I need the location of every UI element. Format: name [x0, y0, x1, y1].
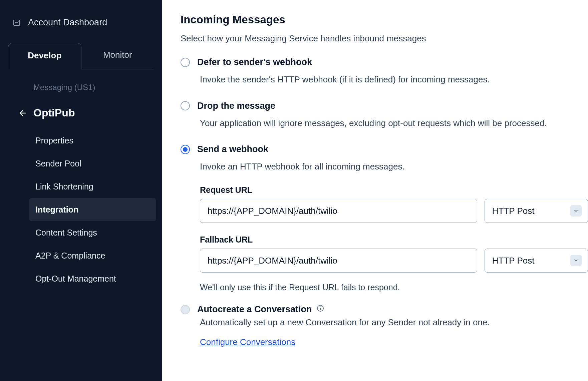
- autocreate-label: Autocreate a Conversation: [197, 304, 324, 315]
- radio-autocreate: [181, 305, 190, 314]
- account-dashboard-label: Account Dashboard: [28, 17, 107, 28]
- sidebar-item-content-settings[interactable]: Content Settings: [29, 221, 156, 244]
- radio-drop[interactable]: [181, 101, 190, 110]
- main-content: Incoming Messages Select how your Messag…: [162, 0, 588, 381]
- fallback-url-method-select[interactable]: HTTP Post: [485, 249, 588, 273]
- option-send-row: Send a webhook: [181, 144, 588, 154]
- autocreate-desc: Automatically set up a new Conversation …: [200, 317, 588, 328]
- page-subtitle: Select how your Messaging Service handle…: [181, 33, 588, 44]
- option-defer-label: Defer to sender's webhook: [197, 57, 312, 67]
- autocreate-row: Autocreate a Conversation: [181, 304, 588, 315]
- back-link[interactable]: OptiPub: [0, 107, 162, 129]
- option-drop-desc: Your application will ignore messages, e…: [200, 117, 588, 130]
- sidebar-item-integration[interactable]: Integration: [29, 198, 156, 221]
- request-url-method-value: HTTP Post: [492, 206, 535, 216]
- sidebar-tabs: Develop Monitor: [8, 42, 154, 69]
- option-drop-row: Drop the message: [181, 101, 588, 111]
- back-label: OptiPub: [33, 107, 75, 119]
- tab-develop[interactable]: Develop: [8, 43, 81, 69]
- info-icon[interactable]: [316, 304, 324, 312]
- request-url-method-select[interactable]: HTTP Post: [485, 199, 588, 223]
- sidebar-nav-list: Properties Sender Pool Link Shortening I…: [0, 129, 162, 290]
- option-defer-row: Defer to sender's webhook: [181, 57, 588, 67]
- option-send-label: Send a webhook: [197, 144, 268, 154]
- option-drop-label: Drop the message: [197, 101, 275, 111]
- fallback-url-block: Fallback URL HTTP Post: [200, 235, 588, 273]
- fallback-url-input[interactable]: [200, 249, 477, 273]
- fallback-url-note: We'll only use this if the Request URL f…: [200, 283, 588, 292]
- sidebar: Account Dashboard Develop Monitor Messag…: [0, 0, 162, 381]
- request-url-block: Request URL HTTP Post: [200, 185, 588, 223]
- sidebar-item-properties[interactable]: Properties: [29, 129, 156, 152]
- chevron-down-icon: [570, 255, 582, 266]
- tab-monitor[interactable]: Monitor: [81, 42, 154, 69]
- fallback-url-label: Fallback URL: [200, 235, 588, 245]
- sidebar-item-a2p-compliance[interactable]: A2P & Compliance: [29, 244, 156, 267]
- configure-conversations-link[interactable]: Configure Conversations: [200, 337, 295, 347]
- request-url-input[interactable]: [200, 199, 477, 223]
- radio-defer[interactable]: [181, 58, 190, 67]
- svg-point-4: [320, 307, 321, 307]
- chevron-down-icon: [570, 205, 582, 217]
- page-title: Incoming Messages: [181, 13, 588, 26]
- sidebar-section-label: Messaging (US1): [0, 83, 162, 107]
- fallback-url-method-value: HTTP Post: [492, 256, 535, 266]
- option-send-desc: Invoke an HTTP webhook for all incoming …: [200, 160, 588, 173]
- sidebar-item-link-shortening[interactable]: Link Shortening: [29, 175, 156, 198]
- arrow-left-icon: [19, 109, 27, 117]
- option-defer-desc: Invoke the sender's HTTP webhook (if it …: [200, 73, 588, 86]
- radio-send[interactable]: [181, 145, 190, 154]
- sidebar-item-opt-out[interactable]: Opt-Out Management: [29, 267, 156, 290]
- dashboard-icon: [13, 19, 21, 27]
- request-url-label: Request URL: [200, 185, 588, 195]
- sidebar-item-sender-pool[interactable]: Sender Pool: [29, 152, 156, 175]
- account-dashboard-link[interactable]: Account Dashboard: [0, 17, 162, 42]
